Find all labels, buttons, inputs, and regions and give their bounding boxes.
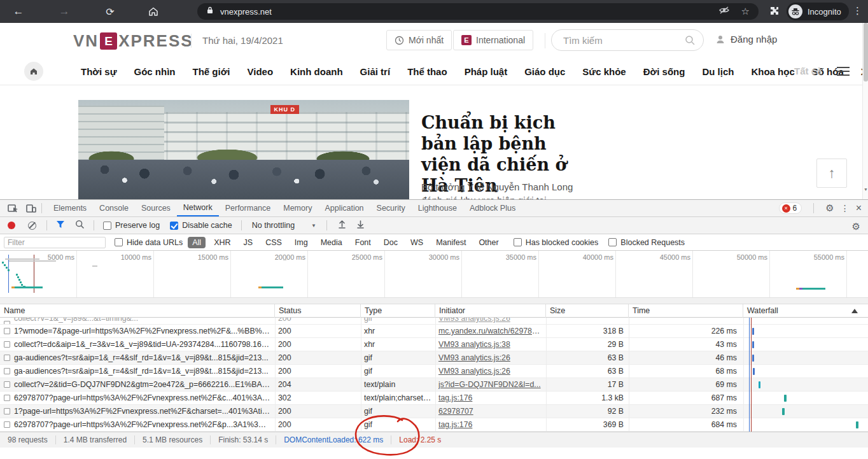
nav-item[interactable]: Đời sống [643, 66, 685, 77]
article-image[interactable]: KHU D [78, 100, 409, 199]
column-header-size[interactable]: Size [546, 304, 629, 318]
bookmark-star-icon[interactable]: ☆ [741, 6, 750, 17]
devtools-tab[interactable]: Performance [219, 200, 277, 216]
table-row[interactable]: collect?t=dc&aip=1&_r=3&v=1&_v=j89&tid=U… [0, 338, 868, 351]
filter-chip[interactable]: Media [316, 237, 347, 248]
filter-chip[interactable]: Manifest [431, 237, 470, 248]
international-button[interactable]: E International [453, 30, 533, 50]
filter-chip[interactable]: Font [351, 237, 375, 248]
request-initiator[interactable]: 62978707 [438, 405, 542, 418]
nav-menu-icon[interactable] [837, 67, 850, 76]
devtools-tab[interactable]: Network [177, 200, 219, 216]
row-checkbox[interactable] [4, 395, 10, 401]
reload-button[interactable]: ⟳ [101, 6, 120, 18]
table-row[interactable]: ga-audiences?t=sr&aip=1&_r=4&slf_rd=1&v=… [0, 365, 868, 378]
column-header-initiator[interactable]: Initiator [435, 304, 546, 318]
table-row[interactable]: 1?page-url=https%3A%2F%2Fvnexpress.net%2… [0, 405, 868, 418]
scroll-to-top-button[interactable]: ↑ [816, 159, 847, 188]
request-initiator[interactable]: VM93 analytics.js:26 [438, 351, 542, 365]
error-badge[interactable]: × 6 [779, 202, 802, 214]
page-scrollbar[interactable]: ▼ [862, 23, 868, 199]
address-bar[interactable]: vnexpress.net ☆ [197, 3, 759, 20]
table-row[interactable]: collect?v=2&tid=G-DQJ7NF9DN2&gtm=2oe472&… [0, 378, 868, 392]
nav-item-all[interactable]: Tất cả [794, 66, 822, 76]
latest-news-button[interactable]: Mới nhất [386, 30, 452, 50]
disable-cache-checkbox[interactable]: Disable cache [170, 221, 232, 230]
request-initiator[interactable]: js?id=G-DQJ7NF9DN2&l=d... [438, 378, 542, 392]
back-button[interactable]: ← [9, 5, 28, 18]
row-checkbox[interactable] [4, 381, 10, 388]
table-row[interactable]: ga-audiences?t=sr&aip=1&_r=4&slf_rd=1&v=… [0, 351, 868, 365]
vnexpress-logo[interactable]: VN E XPRESS [73, 31, 193, 51]
devtools-settings-button[interactable]: ⚙ [825, 202, 834, 214]
nav-item[interactable]: Khoa học [751, 66, 794, 77]
site-search[interactable] [551, 29, 704, 51]
devtools-menu-button[interactable]: ⋮ [841, 203, 850, 213]
row-checkbox[interactable] [4, 328, 10, 334]
filter-chip[interactable]: Doc [379, 237, 402, 248]
nav-item[interactable]: Du lịch [702, 66, 734, 77]
nav-item[interactable]: Sức khỏe [582, 66, 626, 77]
nav-home-button[interactable] [24, 62, 43, 81]
filter-chip[interactable]: JS [239, 237, 258, 248]
login-button[interactable]: Đăng nhập [715, 34, 777, 45]
filter-chip[interactable]: XHR [209, 237, 235, 248]
table-row[interactable]: 1?wmode=7&page-url=https%3A%2F%2Fvnexpre… [0, 325, 868, 338]
row-checkbox[interactable] [4, 368, 10, 374]
table-row[interactable]: 62978707?page-url=https%3A%2F%2Fvnexpres… [0, 418, 868, 432]
column-header-time[interactable]: Time [629, 304, 743, 318]
search-icon[interactable] [685, 35, 696, 46]
row-checkbox[interactable] [4, 421, 10, 428]
filter-chip[interactable]: All [188, 237, 206, 248]
nav-item[interactable]: Góc nhìn [134, 66, 176, 77]
nav-item[interactable]: Giải trí [360, 66, 391, 77]
nav-item[interactable]: Giáo dục [524, 66, 565, 77]
row-checkbox[interactable] [4, 408, 10, 414]
filter-toggle-button[interactable] [56, 220, 65, 230]
hide-data-urls-checkbox[interactable]: Hide data URLs [115, 238, 183, 247]
preserve-log-checkbox[interactable]: Preserve log [103, 221, 160, 230]
nav-item[interactable]: Kinh doanh [290, 66, 343, 77]
sort-ascending-icon[interactable] [851, 309, 858, 313]
devtools-tab[interactable]: Adblock Plus [463, 200, 522, 216]
throttling-select[interactable]: No throttling ▼ [252, 221, 316, 230]
blocked-requests-checkbox[interactable]: Blocked Requests [608, 238, 685, 247]
clear-button[interactable] [28, 222, 36, 230]
forward-button[interactable]: → [55, 5, 74, 18]
device-toolbar-button[interactable] [26, 204, 36, 213]
request-initiator[interactable]: VM93 analytics.js:38 [438, 338, 542, 351]
devtools-tab[interactable]: Lighthouse [412, 200, 463, 216]
network-settings-button[interactable]: ⚙ [852, 221, 860, 232]
export-har-button[interactable] [356, 220, 365, 231]
request-initiator[interactable]: mc.yandex.ru/watch/629787... [438, 325, 542, 338]
filter-chip[interactable]: CSS [261, 237, 286, 248]
devtools-tab[interactable]: Console [93, 200, 135, 216]
table-row[interactable]: collect?v=1&_v=j89&...&t=timing&... 200 … [0, 318, 868, 325]
request-initiator[interactable]: tag.js:176 [438, 418, 542, 432]
row-checkbox[interactable] [4, 355, 10, 361]
filter-chip[interactable]: WS [406, 237, 428, 248]
column-header-status[interactable]: Status [275, 304, 361, 318]
filter-chip[interactable]: Img [290, 237, 312, 248]
search-input[interactable] [563, 35, 671, 46]
devtools-tab[interactable]: Application [318, 200, 370, 216]
devtools-tab[interactable]: Elements [47, 200, 93, 216]
column-header-type[interactable]: Type [361, 304, 435, 318]
request-initiator[interactable]: tag.js:176 [438, 392, 542, 405]
network-search-button[interactable] [75, 220, 85, 231]
browser-menu-button[interactable]: ⋮ [853, 5, 862, 17]
nav-item[interactable]: Thế giới [193, 66, 230, 77]
request-initiator[interactable]: VM93 analytics.js:26 [438, 365, 542, 378]
devtools-tab[interactable]: Security [370, 200, 412, 216]
nav-item[interactable]: Video [248, 66, 274, 77]
table-row[interactable]: 62978707?page-url=https%3A%2F%2Fvnexpres… [0, 392, 868, 405]
nav-item[interactable]: Thể thao [407, 66, 447, 77]
row-checkbox[interactable] [4, 341, 10, 348]
nav-item[interactable]: Pháp luật [465, 66, 508, 77]
devtools-tab[interactable]: Sources [135, 200, 177, 216]
eye-off-icon[interactable] [718, 6, 730, 17]
column-header-name[interactable]: Name [0, 304, 275, 318]
devtools-tab[interactable]: Memory [277, 200, 318, 216]
has-blocked-cookies-checkbox[interactable]: Has blocked cookies [514, 238, 599, 247]
network-overview[interactable]: 5000 ms10000 ms15000 ms20000 ms25000 ms3… [0, 251, 868, 298]
